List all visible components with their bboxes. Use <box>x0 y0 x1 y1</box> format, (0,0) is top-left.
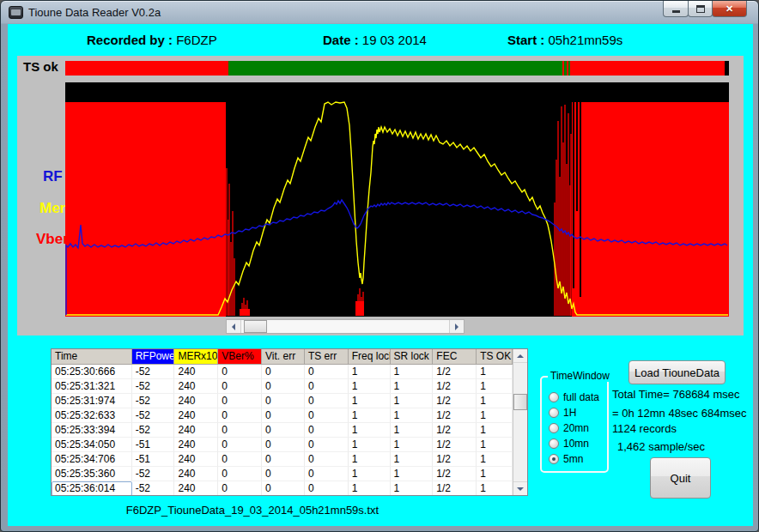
table-cell[interactable]: 1/2 <box>433 481 477 495</box>
column-header-vit-err[interactable]: Vit. err <box>262 349 305 365</box>
table-cell[interactable]: 0 <box>305 408 349 423</box>
column-header-rfpower[interactable]: RFPower <box>132 349 175 365</box>
table-cell[interactable]: 1 <box>477 365 513 379</box>
radio-button-icon[interactable] <box>549 408 559 418</box>
radio-10mn[interactable]: 10mn <box>549 438 589 450</box>
table-cell[interactable]: 05:25:34:706 <box>52 452 132 467</box>
table-cell[interactable]: 0 <box>305 379 349 394</box>
table-cell[interactable]: 240 <box>174 481 218 495</box>
table-cell[interactable]: 0 <box>262 394 305 408</box>
table-cell[interactable]: 1 <box>349 365 391 379</box>
table-cell[interactable]: 1 <box>349 438 391 452</box>
table-cell[interactable]: 1/2 <box>433 438 477 452</box>
table-cell[interactable]: -52 <box>132 423 175 438</box>
column-header-fec[interactable]: FEC <box>433 349 477 365</box>
table-cell[interactable]: 0 <box>218 394 262 408</box>
table-cell[interactable]: 1 <box>349 481 391 495</box>
chart-scrollbar-thumb[interactable] <box>244 320 267 333</box>
table-cell[interactable]: 0 <box>218 438 262 452</box>
table-cell[interactable]: -52 <box>132 394 175 408</box>
maximize-button[interactable] <box>688 1 713 17</box>
table-cell[interactable]: 1 <box>477 438 513 452</box>
column-header-merx10[interactable]: MERx10 <box>174 349 218 365</box>
radio-button-icon[interactable] <box>549 392 559 402</box>
table-cell[interactable]: 05:25:33:394 <box>52 423 132 438</box>
table-row[interactable]: 05:25:34:050-51240000111/21 <box>52 438 513 452</box>
scroll-down-button[interactable] <box>513 481 527 495</box>
table-cell[interactable]: 1/2 <box>433 379 477 394</box>
table-cell[interactable]: 1 <box>349 379 391 394</box>
radio-20mn[interactable]: 20mn <box>549 422 589 434</box>
table-row[interactable]: 05:25:31:974-52240000111/21 <box>52 394 513 408</box>
table-cell[interactable]: 0 <box>218 408 262 423</box>
table-cell[interactable]: 1 <box>349 423 391 438</box>
table-cell[interactable]: 1 <box>477 379 513 394</box>
table-cell[interactable]: 0 <box>305 467 349 481</box>
table-row[interactable]: 05:25:31:321-52240000111/21 <box>52 379 513 394</box>
table-row[interactable]: 05:25:36:014-52240000111/21 <box>52 481 513 495</box>
table-cell[interactable]: 1 <box>349 394 391 408</box>
table-cell[interactable]: 0 <box>305 452 349 467</box>
table-cell[interactable]: 05:25:35:360 <box>52 467 132 481</box>
column-header-ts-ok[interactable]: TS OK <box>477 349 513 365</box>
table-cell[interactable]: 0 <box>218 452 262 467</box>
table-row[interactable]: 05:25:32:633-52240000111/21 <box>52 408 513 423</box>
table-cell[interactable]: 240 <box>174 423 218 438</box>
table-cell[interactable]: 1 <box>477 408 513 423</box>
table-cell[interactable]: 1/2 <box>433 394 477 408</box>
column-header-ts-err[interactable]: TS err <box>305 349 349 365</box>
table-cell[interactable]: 05:25:34:050 <box>52 438 132 452</box>
table-cell[interactable]: 0 <box>305 394 349 408</box>
table-cell[interactable]: 05:25:30:666 <box>52 365 132 379</box>
load-tiounedata-button[interactable]: Load TiouneData <box>628 360 726 384</box>
table-cell[interactable]: 240 <box>174 467 218 481</box>
quit-button[interactable]: Quit <box>650 457 711 499</box>
table-cell[interactable]: 0 <box>218 481 262 495</box>
radio-button-icon[interactable] <box>549 454 559 464</box>
table-cell[interactable]: 1 <box>477 394 513 408</box>
table-cell[interactable]: 1 <box>477 452 513 467</box>
table-cell[interactable]: 1 <box>477 481 513 495</box>
radio-button-icon[interactable] <box>549 423 559 433</box>
scroll-up-button[interactable] <box>513 349 527 363</box>
radio-button-icon[interactable] <box>549 438 559 449</box>
table-cell[interactable]: 1 <box>391 365 434 379</box>
table-cell[interactable]: -52 <box>132 408 175 423</box>
table-cell[interactable]: -52 <box>132 481 175 495</box>
radio-5mn[interactable]: 5mn <box>549 453 583 465</box>
column-header-vber-[interactable]: VBer% <box>218 349 262 365</box>
table-cell[interactable]: 240 <box>174 394 218 408</box>
table-cell[interactable]: 0 <box>262 452 305 467</box>
table-cell[interactable]: 05:25:32:633 <box>52 408 132 423</box>
table-scrollbar[interactable] <box>513 349 527 495</box>
minimize-button[interactable] <box>663 1 689 17</box>
table-cell[interactable]: 0 <box>305 438 349 452</box>
table-cell[interactable]: 1 <box>391 467 434 481</box>
table-cell[interactable]: 1/2 <box>433 467 477 481</box>
column-header-time[interactable]: Time <box>52 349 132 365</box>
table-cell[interactable]: 1/2 <box>433 423 477 438</box>
table-cell[interactable]: 0 <box>218 423 262 438</box>
table-cell[interactable]: 05:25:31:321 <box>52 379 132 394</box>
table-cell[interactable]: 0 <box>262 423 305 438</box>
table-cell[interactable]: 1 <box>349 467 391 481</box>
radio-1H[interactable]: 1H <box>549 407 576 419</box>
table-cell[interactable]: 240 <box>174 438 218 452</box>
table-cell[interactable]: 1 <box>391 438 434 452</box>
table-cell[interactable]: 1 <box>349 452 391 467</box>
table-cell[interactable]: 0 <box>218 467 262 481</box>
table-cell[interactable]: 1 <box>391 481 434 495</box>
table-row[interactable]: 05:25:34:706-51240000111/21 <box>52 452 513 467</box>
radio-full-data[interactable]: full data <box>549 391 599 403</box>
table-row[interactable]: 05:25:33:394-52240000111/21 <box>52 423 513 438</box>
table-cell[interactable]: 1 <box>391 452 434 467</box>
table-cell[interactable]: 0 <box>262 467 305 481</box>
table-cell[interactable]: 0 <box>262 408 305 423</box>
table-cell[interactable]: 1 <box>477 423 513 438</box>
table-cell[interactable]: 240 <box>174 379 218 394</box>
table-cell[interactable]: 0 <box>262 365 305 379</box>
table-cell[interactable]: -52 <box>132 365 175 379</box>
table-row[interactable]: 05:25:35:360-52240000111/21 <box>52 467 513 481</box>
table-cell[interactable]: 240 <box>174 452 218 467</box>
table-cell[interactable]: 0 <box>262 379 305 394</box>
